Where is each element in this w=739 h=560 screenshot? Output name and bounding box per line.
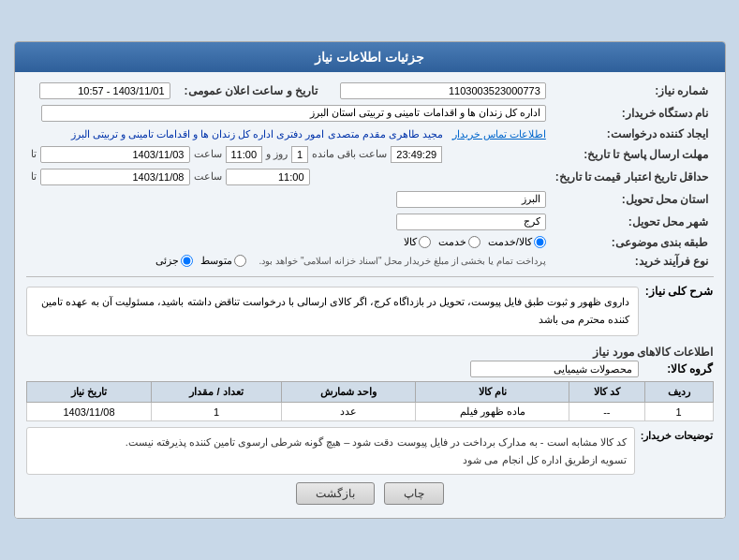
th-date: تاریخ نیاز: [26, 382, 152, 403]
tabaqe-kala-label: کالا: [404, 236, 417, 248]
td-date: 1403/11/08: [26, 403, 152, 421]
info-table: شماره نیاز: تاریخ و ساعت اعلان عمومی: نا…: [26, 80, 714, 271]
print-button[interactable]: چاپ: [384, 482, 444, 505]
row-jadval: حداقل تاریخ اعتبار قیمت تا تاریخ: ساعت ت…: [26, 166, 714, 188]
buyer-notes-line1: کد کالا مشابه است - به مدارک برداخت در ف…: [126, 436, 627, 448]
mohlat-label: مهلت ارسال پاسخ تا تاریخ:: [551, 143, 714, 166]
buyer-notes-section: توضیحات خریدار: کد کالا مشابه است - به م…: [26, 427, 714, 475]
shomare-niaz-label: شماره نیاز:: [551, 80, 714, 102]
th-count: تعداد / مقدار: [152, 382, 281, 403]
buyer-notes-label: توضیحات خریدار:: [641, 427, 714, 442]
tabaqe-khedmat-radio[interactable]: [468, 236, 480, 248]
mohlat-remaining: 23:49:29: [391, 146, 442, 163]
td-code: --: [569, 403, 644, 421]
tabaqe-kala-radio[interactable]: [419, 236, 431, 248]
jadval-prefix: تا: [31, 170, 37, 183]
jadval-time-label: ساعت: [194, 170, 222, 183]
mohlat-time-value: 11:00: [226, 146, 263, 163]
button-row: چاپ بازگشت: [26, 482, 714, 505]
farayand-jozii-radio[interactable]: [181, 255, 193, 267]
td-unit: عدد: [281, 403, 416, 421]
mohlat-day-label: روز و: [266, 148, 288, 160]
tarikh-label: تاریخ و ساعت اعلان عمومی:: [175, 80, 322, 102]
back-button[interactable]: بازگشت: [296, 482, 375, 505]
jadval-label: حداقل تاریخ اعتبار قیمت تا تاریخ:: [551, 166, 714, 188]
mohlat-remaining-label: ساعت باقی مانده: [312, 148, 387, 160]
mohlat-time-label: ساعت: [194, 148, 222, 160]
farayand-motavaset-radio[interactable]: [234, 255, 246, 267]
farayand-jozii-option[interactable]: جزئی: [155, 255, 193, 267]
group-kala-label: گروه کالا:: [639, 361, 714, 377]
th-code: کد کالا: [569, 382, 644, 403]
row-noeFarayand: نوع فرآیند خرید: پرداخت تمام یا بخشی از …: [26, 252, 714, 271]
td-name: ماده ظهور فیلم: [416, 403, 569, 421]
th-unit: واحد شمارش: [281, 382, 416, 403]
sharh-label: شرح کلی نیاز:: [639, 281, 714, 343]
row-tabaqe: طبقه بندی موضوعی: کالا/خدمت خدمت: [26, 233, 714, 252]
page-header: جزئیات اطلاعات نیاز: [15, 42, 725, 72]
sharh-table: شرح کلی نیاز: داروی ظهور و ثبوت طبق فایل…: [26, 281, 714, 343]
tabaqe-label: طبقه بندی موضوعی:: [551, 233, 714, 252]
sharh-row: شرح کلی نیاز: داروی ظهور و ثبوت طبق فایل…: [26, 281, 714, 343]
tabaqe-khedmat-option[interactable]: خدمت: [438, 236, 480, 248]
th-name: نام کالا: [416, 382, 569, 403]
shahr-label: شهر محل تحویل:: [551, 211, 714, 233]
tabaqe-kalaKhedmat-radio[interactable]: [534, 236, 546, 248]
group-kala-table: گروه کالا:: [26, 361, 714, 377]
nam-dastgah-label: نام دستگاه خریدار:: [551, 102, 714, 125]
ostan-input[interactable]: [396, 191, 546, 208]
tabaqe-kala-option[interactable]: کالا: [404, 236, 431, 248]
noe-farayand-label: نوع فرآیند خرید:: [551, 252, 714, 271]
group-kala-input[interactable]: [470, 361, 639, 377]
buyer-notes-line2: تسویه ازطریق اداره کل انجام می شود: [463, 454, 626, 465]
table-row: 1--ماده ظهور فیلمعدد11403/11/08: [26, 403, 713, 421]
farayand-motavaset-label: متوسط: [200, 255, 232, 267]
tarikh-input[interactable]: [39, 82, 170, 99]
tabaqe-kalaKhedmat-label: کالا/خدمت: [488, 236, 532, 248]
mohlat-day-value: 1: [291, 146, 308, 163]
header-title: جزئیات اطلاعات نیاز: [315, 50, 424, 65]
row-ostan: استان محل تحویل:: [26, 188, 714, 211]
farayand-jozii-label: جزئی: [155, 255, 179, 267]
shahr-input[interactable]: [396, 214, 546, 230]
ostan-label: استان محل تحویل:: [551, 188, 714, 211]
group-kala-row: گروه کالا:: [26, 361, 714, 377]
ijad-konande-link[interactable]: اطلاعات تماس خریدار: [452, 128, 546, 140]
row-ijad-konande: ایجاد کننده درخواست: اطلاعات تماس خریدار…: [26, 125, 714, 143]
th-row: ردیف: [644, 382, 713, 403]
row-shahr: شهر محل تحویل:: [26, 211, 714, 233]
noeFarayand-note: پرداخت تمام یا بخشی از مبلغ خریدار محل "…: [259, 256, 546, 266]
farayand-motavaset-option[interactable]: متوسط: [200, 255, 246, 267]
tabaqe-kalaKhedmat-option[interactable]: کالا/خدمت: [488, 236, 546, 248]
row-mohlat: مهلت ارسال پاسخ تا تاریخ: 23:49:29 ساعت …: [26, 143, 714, 166]
divider-1: [26, 276, 714, 277]
jadval-time-input[interactable]: [226, 169, 310, 185]
row-nam-dastgah: نام دستگاه خریدار:: [26, 102, 714, 125]
td-row: 1: [644, 403, 713, 421]
mohlat-date-input[interactable]: [40, 146, 190, 163]
tabaqe-khedmat-label: خدمت: [438, 236, 466, 248]
mohlat-prefix: تا: [31, 148, 37, 160]
shomare-niaz-input[interactable]: [340, 82, 546, 99]
sharh-section: شرح کلی نیاز: داروی ظهور و ثبوت طبق فایل…: [26, 281, 714, 343]
ijad-konande-value: مجید طاهری مقدم متصدی امور دفتری اداره ک…: [71, 128, 443, 140]
info-section-title: اطلاعات کالاهای مورد نیاز: [26, 346, 714, 359]
jadval-date-input[interactable]: [40, 169, 190, 185]
row-shomare-niaz: شماره نیاز: تاریخ و ساعت اعلان عمومی:: [26, 80, 714, 102]
ijad-konande-label: ایجاد کننده درخواست:: [551, 125, 714, 143]
items-table: ردیف کد کالا نام کالا واحد شمارش تعداد /…: [26, 381, 714, 421]
td-count: 1: [152, 403, 281, 421]
content-area: شماره نیاز: تاریخ و ساعت اعلان عمومی: نا…: [15, 72, 725, 519]
buyer-notes-box: کد کالا مشابه است - به مدارک برداخت در ف…: [26, 427, 635, 475]
main-container: جزئیات اطلاعات نیاز شماره نیاز: تاریخ و …: [14, 41, 726, 520]
sharh-box: داروی ظهور و ثبوت طبق فایل پیوست، تحویل …: [26, 287, 639, 337]
nam-dastgah-input[interactable]: [41, 105, 546, 122]
table-header-row: ردیف کد کالا نام کالا واحد شمارش تعداد /…: [26, 382, 713, 403]
